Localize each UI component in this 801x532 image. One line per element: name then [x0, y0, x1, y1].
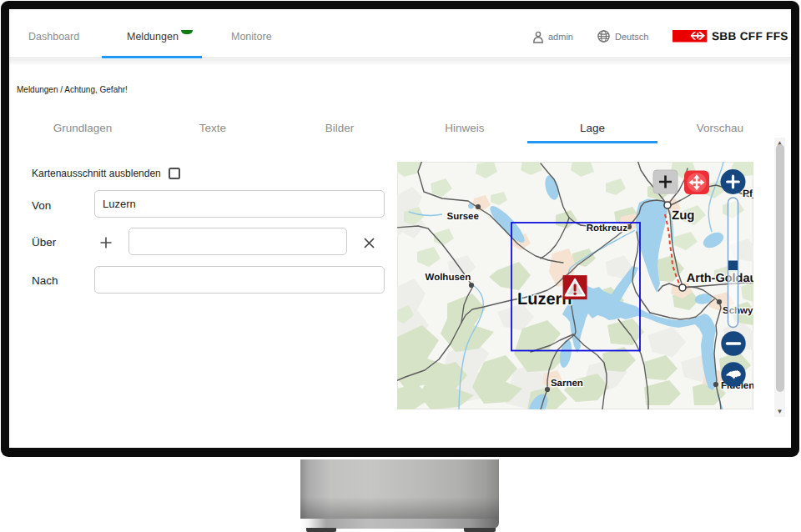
svg-text:Wolhusen: Wolhusen [426, 273, 471, 283]
svg-text:Sarnen: Sarnen [551, 379, 583, 389]
svg-text:Pf: Pf [743, 188, 753, 199]
svg-text:Arth-Goldau: Arth-Goldau [687, 272, 753, 285]
svg-text:Zug: Zug [672, 208, 695, 223]
svg-text:Sursee: Sursee [447, 212, 479, 222]
svg-text:Rotkreuz: Rotkreuz [587, 223, 627, 233]
svg-text:SBB CFF FFS: SBB CFF FFS [712, 30, 788, 43]
